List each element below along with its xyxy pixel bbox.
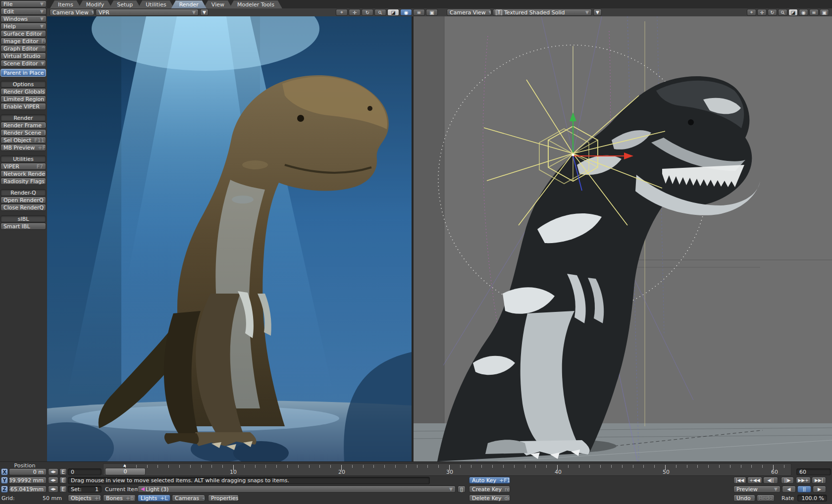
axis-y-button[interactable]: Y xyxy=(1,477,8,484)
sidebar-item-close-renderq[interactable]: Close RenderQ xyxy=(0,204,46,211)
sidebar-item-parent-in-place[interactable]: Parent in Place xyxy=(0,69,46,77)
sidebar-item-network-render[interactable]: Network Render xyxy=(0,170,46,177)
grid-label: Grid: xyxy=(1,495,15,502)
go-to-start-button[interactable]: |◀◀ xyxy=(733,477,746,484)
lights-button[interactable]: Lights+L xyxy=(138,495,170,502)
sidebar-item-mb-preview[interactable]: MB Preview+F9 xyxy=(0,144,46,151)
cameras-button[interactable]: Cameras+C xyxy=(172,495,205,502)
list-icon[interactable]: ≡ xyxy=(413,9,425,16)
create-key-button[interactable]: Create Keyret xyxy=(469,486,510,493)
sidebar-item-smart-ibl[interactable]: Smart IBL xyxy=(0,223,46,230)
viewport-left-scene[interactable] xyxy=(47,16,412,461)
tab-items[interactable]: Items xyxy=(50,0,81,8)
sidebar-item-enable-viper[interactable]: Enable VIPER xyxy=(0,103,46,110)
expand-icon[interactable]: ◪ xyxy=(387,9,399,16)
pan-icon[interactable]: ✛ xyxy=(349,9,361,16)
preview-dropdown[interactable]: Preview ▼ xyxy=(733,486,780,493)
delete-key-button[interactable]: Delete Keydel xyxy=(469,495,510,502)
viewport-left-extra-dropdown[interactable]: ▼ xyxy=(200,9,208,16)
z-envelope-button[interactable]: E xyxy=(59,486,67,493)
zoom-icon[interactable]: ⚲ xyxy=(778,9,787,16)
auto-key-button[interactable]: Auto Key+F1 xyxy=(469,477,510,484)
next-key-button[interactable]: ▶▶+ xyxy=(796,477,811,484)
pause-button[interactable]: || xyxy=(797,486,811,493)
properties-button[interactable]: Propertiesp xyxy=(208,495,239,502)
sidebar-item-limited-region[interactable]: Limited Regionl xyxy=(0,96,46,102)
sidebar-item-render-scene[interactable]: Render SceneF10 xyxy=(0,129,46,136)
sidebar-item-graph-editor[interactable]: Graph Editor^F2 xyxy=(0,45,46,52)
go-to-end-button[interactable]: ▶▶| xyxy=(812,477,826,484)
panel-icon: ▯ xyxy=(460,486,463,493)
z-spinner[interactable]: ◀▶ xyxy=(48,486,58,493)
move-icon[interactable]: ⌖ xyxy=(336,9,348,16)
sidebar-item-render-globals[interactable]: Render Globals xyxy=(0,88,46,95)
previous-key-button[interactable]: +◀◀ xyxy=(747,477,762,484)
menu-file[interactable]: File ▼ xyxy=(0,0,47,7)
sidebar-item-radiosity-flags[interactable]: Radiosity Flags xyxy=(0,178,46,185)
tab-modify[interactable]: Modify xyxy=(78,0,112,8)
current-item-dropdown[interactable]: Light (3) ▼ xyxy=(138,486,456,493)
move-icon[interactable]: ⌖ xyxy=(747,9,756,16)
current-frame-field[interactable]: 0 xyxy=(68,468,102,475)
pan-icon[interactable]: ✛ xyxy=(757,9,767,16)
axis-x-button[interactable]: X xyxy=(1,468,8,475)
viewport-right-shading-dropdown[interactable]: T Textured Shaded Solid ▼ xyxy=(493,9,592,16)
menu-windows[interactable]: Windows ▼ xyxy=(0,15,47,22)
viewport-left-view-dropdown[interactable]: Camera View ▼ xyxy=(50,9,94,16)
timeline-ruler[interactable]: 0 10 20 30 40 50 60 0 ▲ xyxy=(103,463,791,476)
last-frame-field[interactable]: 60 xyxy=(796,468,831,475)
rotate-icon[interactable]: ↻ xyxy=(768,9,777,16)
zoom-icon[interactable]: ⚲ xyxy=(374,9,386,16)
bones-button[interactable]: Bones+B xyxy=(103,495,136,502)
viewport-right-view-dropdown[interactable]: Camera View ▼ xyxy=(447,9,491,16)
tab-setup[interactable]: Setup xyxy=(109,0,141,8)
viewport-right-extra-dropdown[interactable]: ▼ xyxy=(593,9,602,16)
undo-button[interactable]: Undo^Z xyxy=(733,495,755,502)
step-back-button[interactable]: ◀|| xyxy=(763,477,778,484)
sidebar-item-scene-editor[interactable]: Scene Editor▼ xyxy=(0,60,46,67)
x-spinner[interactable]: ◀▶ xyxy=(48,468,58,475)
sidebar-item-virtual-studio[interactable]: Virtual Studio xyxy=(0,52,46,59)
viewport-right-scene[interactable] xyxy=(414,16,832,461)
list-icon[interactable]: ≡ xyxy=(809,9,819,16)
sidebar-item-open-renderq[interactable]: Open RenderQ xyxy=(0,197,46,203)
maximize-icon[interactable]: ▣ xyxy=(820,9,829,16)
sidebar-item-viper[interactable]: VIPERF7 xyxy=(0,163,46,170)
position-x-value[interactable]: 0 m xyxy=(9,468,47,475)
y-spinner[interactable]: ◀▶ xyxy=(48,477,58,484)
tab-modeler-tools[interactable]: Modeler Tools xyxy=(229,0,282,8)
menu-edit[interactable]: Edit ▼ xyxy=(0,8,47,15)
tab-view[interactable]: View xyxy=(204,0,232,8)
y-envelope-button[interactable]: E xyxy=(59,477,67,484)
timeline-slider-handle[interactable]: 0 xyxy=(105,468,146,475)
sidebar-item-sel-object[interactable]: Sel ObjectF11 xyxy=(0,137,46,144)
sidebar-item-render-frame[interactable]: Render FrameF9 xyxy=(0,122,46,129)
sidebar-group-utilities: Utilities xyxy=(0,155,46,162)
position-z-value[interactable]: -65.0419mm xyxy=(9,486,47,493)
step-forward-button[interactable]: ||▶ xyxy=(781,477,794,484)
set-field[interactable]: Set: 1 xyxy=(68,486,102,493)
play-reverse-button[interactable]: ◀ xyxy=(782,486,796,493)
redo-button[interactable]: Redo xyxy=(757,495,775,502)
camera-icon[interactable]: ◉ xyxy=(400,9,412,16)
x-envelope-button[interactable]: E xyxy=(59,468,67,475)
sidebar-group-sibl: sIBL xyxy=(0,215,46,222)
maximize-icon[interactable]: ▣ xyxy=(426,9,438,16)
chevron-down-icon: ▼ xyxy=(37,1,44,6)
expand-icon[interactable]: ◪ xyxy=(788,9,798,16)
tab-render[interactable]: Render xyxy=(171,0,207,8)
menu-help[interactable]: Help ▼ xyxy=(0,23,47,30)
timeline-major-ticks xyxy=(125,465,790,470)
rate-value-field[interactable]: 100.0 % xyxy=(797,495,827,502)
objects-button[interactable]: Objects+O xyxy=(68,495,101,502)
camera-icon[interactable]: ◉ xyxy=(799,9,808,16)
play-button[interactable]: ▶ xyxy=(813,486,826,493)
rotate-icon[interactable]: ↻ xyxy=(362,9,373,16)
sidebar-item-image-editor[interactable]: Image EditorF6 xyxy=(0,38,46,45)
item-panel-button[interactable]: ▯ xyxy=(458,486,466,493)
sidebar-item-surface-editor[interactable]: Surface EditorF5 xyxy=(0,30,46,37)
position-y-value[interactable]: 39.9992 mm xyxy=(9,477,47,484)
viewport-left-shading-dropdown[interactable]: VPR ▼ xyxy=(96,9,199,16)
tab-utilities[interactable]: Utilities xyxy=(138,0,174,8)
axis-z-button[interactable]: Z xyxy=(1,486,8,493)
